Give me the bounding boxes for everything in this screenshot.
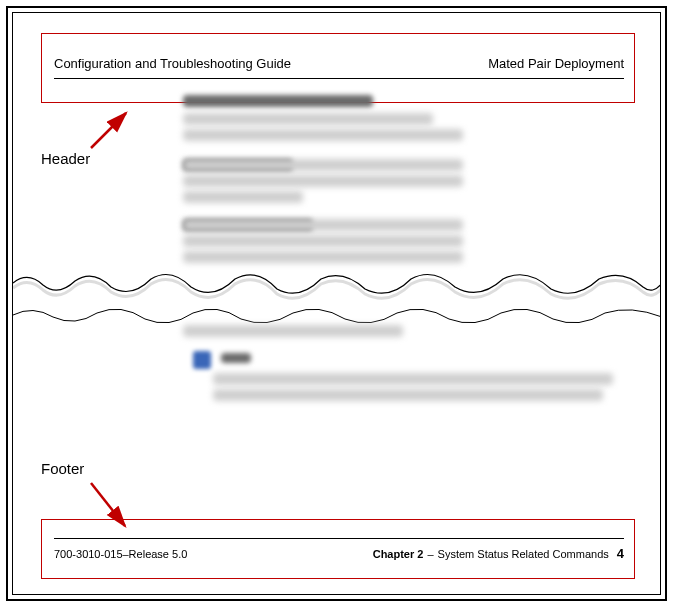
footer-rule: [54, 538, 624, 539]
header-left-text: Configuration and Troubleshooting Guide: [54, 56, 291, 71]
page-frame: Configuration and Troubleshooting Guide …: [12, 12, 661, 595]
footer-separator: –: [427, 548, 433, 560]
footer-left-text: 700-3010-015–Release 5.0: [54, 548, 187, 560]
blurred-content-upper: [183, 93, 635, 273]
header-rule: [54, 78, 624, 79]
footer-callout-label: Footer: [41, 460, 84, 477]
arrow-icon: [81, 108, 141, 158]
footer-chapter-label: Chapter 2: [373, 548, 424, 560]
blurred-content-lower: [183, 321, 635, 431]
svg-line-0: [91, 113, 126, 148]
torn-edge-top: [13, 265, 661, 305]
bullet-icon: [193, 351, 211, 369]
page-header-row: Configuration and Troubleshooting Guide …: [54, 56, 624, 71]
footer-callout-box: 700-3010-015–Release 5.0 Chapter 2 – Sys…: [41, 519, 635, 579]
footer-page-number: 4: [617, 546, 624, 561]
footer-right-group: Chapter 2 – System Status Related Comman…: [373, 546, 624, 561]
page-footer-row: 700-3010-015–Release 5.0 Chapter 2 – Sys…: [54, 546, 624, 561]
header-right-text: Mated Pair Deployment: [488, 56, 624, 71]
footer-section-text: System Status Related Commands: [438, 548, 609, 560]
